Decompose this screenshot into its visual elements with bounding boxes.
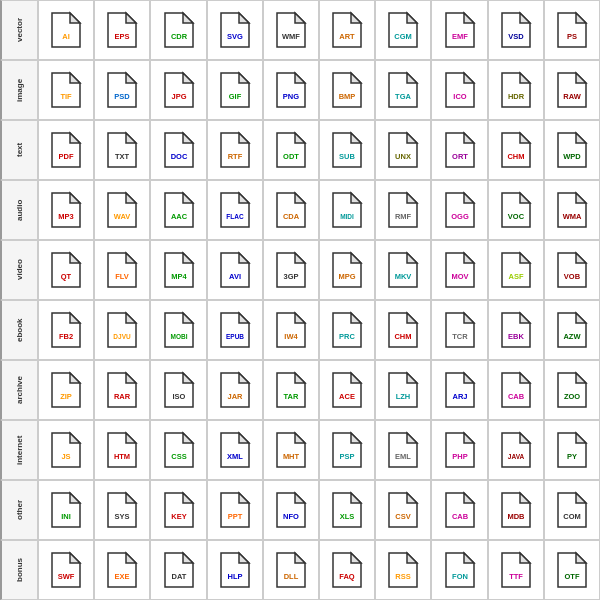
file-cell-JS-7[interactable]: JS [38, 420, 94, 480]
file-cell-CAB-6[interactable]: CAB [488, 360, 544, 420]
file-cell-3GP-4[interactable]: 3GP [263, 240, 319, 300]
file-cell-EXE-9[interactable]: EXE [94, 540, 150, 600]
file-cell-PPT-8[interactable]: PPT [207, 480, 263, 540]
file-cell-PDF-2[interactable]: PDF [38, 120, 94, 180]
file-cell-OGG-3[interactable]: OGG [431, 180, 487, 240]
file-cell-JPG-1[interactable]: JPG [150, 60, 206, 120]
file-cell-EPS-0[interactable]: EPS [94, 0, 150, 60]
file-cell-ISO-6[interactable]: ISO [150, 360, 206, 420]
file-cell-UNX-2[interactable]: UNX [375, 120, 431, 180]
file-cell-DJVU-5[interactable]: DJVU [94, 300, 150, 360]
file-cell-TXT-2[interactable]: TXT [94, 120, 150, 180]
file-cell-BMP-1[interactable]: BMP [319, 60, 375, 120]
file-cell-JAR-6[interactable]: JAR [207, 360, 263, 420]
file-cell-FB2-5[interactable]: FB2 [38, 300, 94, 360]
file-cell-ZIP-6[interactable]: ZIP [38, 360, 94, 420]
file-cell-SWF-9[interactable]: SWF [38, 540, 94, 600]
file-cell-SYS-8[interactable]: SYS [94, 480, 150, 540]
file-cell-ACE-6[interactable]: ACE [319, 360, 375, 420]
file-cell-MKV-4[interactable]: MKV [375, 240, 431, 300]
file-cell-CAB-8[interactable]: CAB [431, 480, 487, 540]
file-cell-MHT-7[interactable]: MHT [263, 420, 319, 480]
file-cell-CSS-7[interactable]: CSS [150, 420, 206, 480]
file-cell-PSD-1[interactable]: PSD [94, 60, 150, 120]
file-cell-TTF-9[interactable]: TTF [488, 540, 544, 600]
file-cell-DAT-9[interactable]: DAT [150, 540, 206, 600]
file-cell-VSD-0[interactable]: VSD [488, 0, 544, 60]
file-cell-TAR-6[interactable]: TAR [263, 360, 319, 420]
file-cell-AI-0[interactable]: AI [38, 0, 94, 60]
file-cell-FON-9[interactable]: FON [431, 540, 487, 600]
file-cell-FLV-4[interactable]: FLV [94, 240, 150, 300]
file-cell-ICO-1[interactable]: ICO [431, 60, 487, 120]
file-cell-AZW-5[interactable]: AZW [544, 300, 600, 360]
file-cell-HLP-9[interactable]: HLP [207, 540, 263, 600]
file-cell-MDB-8[interactable]: MDB [488, 480, 544, 540]
file-cell-PY-7[interactable]: PY [544, 420, 600, 480]
file-cell-OTF-9[interactable]: OTF [544, 540, 600, 600]
file-cell-TCR-5[interactable]: TCR [431, 300, 487, 360]
file-cell-MIDI-3[interactable]: MIDI [319, 180, 375, 240]
file-cell-ORT-2[interactable]: ORT [431, 120, 487, 180]
file-cell-RAW-1[interactable]: RAW [544, 60, 600, 120]
file-cell-RTF-2[interactable]: RTF [207, 120, 263, 180]
file-cell-PNG-1[interactable]: PNG [263, 60, 319, 120]
file-cell-ZOO-6[interactable]: ZOO [544, 360, 600, 420]
file-cell-ART-0[interactable]: ART [319, 0, 375, 60]
file-cell-HTM-7[interactable]: HTM [94, 420, 150, 480]
file-cell-LZH-6[interactable]: LZH [375, 360, 431, 420]
file-cell-PHP-7[interactable]: PHP [431, 420, 487, 480]
file-cell-QT-4[interactable]: QT [38, 240, 94, 300]
file-cell-KEY-8[interactable]: KEY [150, 480, 206, 540]
file-cell-HDR-1[interactable]: HDR [488, 60, 544, 120]
file-cell-RAR-6[interactable]: RAR [94, 360, 150, 420]
file-cell-PSP-7[interactable]: PSP [319, 420, 375, 480]
file-cell-MP3-3[interactable]: MP3 [38, 180, 94, 240]
file-cell-EBK-5[interactable]: EBK [488, 300, 544, 360]
file-cell-MPG-4[interactable]: MPG [319, 240, 375, 300]
file-cell-XML-7[interactable]: XML [207, 420, 263, 480]
file-cell-WPD-2[interactable]: WPD [544, 120, 600, 180]
file-cell-ARJ-6[interactable]: ARJ [431, 360, 487, 420]
file-cell-COM-8[interactable]: COM [544, 480, 600, 540]
file-cell-SUB-2[interactable]: SUB [319, 120, 375, 180]
file-cell-MOBI-5[interactable]: MOBI [150, 300, 206, 360]
file-cell-CGM-0[interactable]: CGM [375, 0, 431, 60]
file-cell-RMF-3[interactable]: RMF [375, 180, 431, 240]
file-cell-CHM-5[interactable]: CHM [375, 300, 431, 360]
file-cell-AVI-4[interactable]: AVI [207, 240, 263, 300]
file-cell-PRC-5[interactable]: PRC [319, 300, 375, 360]
file-cell-CHM-2[interactable]: CHM [488, 120, 544, 180]
file-cell-EML-7[interactable]: EML [375, 420, 431, 480]
file-cell-FLAC-3[interactable]: FLAC [207, 180, 263, 240]
file-cell-WMF-0[interactable]: WMF [263, 0, 319, 60]
file-cell-CSV-8[interactable]: CSV [375, 480, 431, 540]
file-cell-RSS-9[interactable]: RSS [375, 540, 431, 600]
file-cell-DLL-9[interactable]: DLL [263, 540, 319, 600]
file-cell-CDR-0[interactable]: CDR [150, 0, 206, 60]
file-cell-EPUB-5[interactable]: EPUB [207, 300, 263, 360]
file-cell-VOB-4[interactable]: VOB [544, 240, 600, 300]
file-cell-GIF-1[interactable]: GIF [207, 60, 263, 120]
file-cell-NFO-8[interactable]: NFO [263, 480, 319, 540]
file-cell-TGA-1[interactable]: TGA [375, 60, 431, 120]
file-cell-XLS-8[interactable]: XLS [319, 480, 375, 540]
file-cell-ASF-4[interactable]: ASF [488, 240, 544, 300]
file-cell-MP4-4[interactable]: MP4 [150, 240, 206, 300]
file-cell-PS-0[interactable]: PS [544, 0, 600, 60]
file-cell-TIF-1[interactable]: TIF [38, 60, 94, 120]
file-cell-DOC-2[interactable]: DOC [150, 120, 206, 180]
file-cell-AAC-3[interactable]: AAC [150, 180, 206, 240]
file-cell-SVG-0[interactable]: SVG [207, 0, 263, 60]
file-cell-CDA-3[interactable]: CDA [263, 180, 319, 240]
file-cell-JAVA-7[interactable]: JAVA [488, 420, 544, 480]
file-cell-FAQ-9[interactable]: FAQ [319, 540, 375, 600]
file-cell-MOV-4[interactable]: MOV [431, 240, 487, 300]
file-cell-ODT-2[interactable]: ODT [263, 120, 319, 180]
file-cell-IW4-5[interactable]: IW4 [263, 300, 319, 360]
file-cell-EMF-0[interactable]: EMF [431, 0, 487, 60]
file-cell-INI-8[interactable]: INI [38, 480, 94, 540]
file-cell-WMA-3[interactable]: WMA [544, 180, 600, 240]
file-cell-VOC-3[interactable]: VOC [488, 180, 544, 240]
file-cell-WAV-3[interactable]: WAV [94, 180, 150, 240]
